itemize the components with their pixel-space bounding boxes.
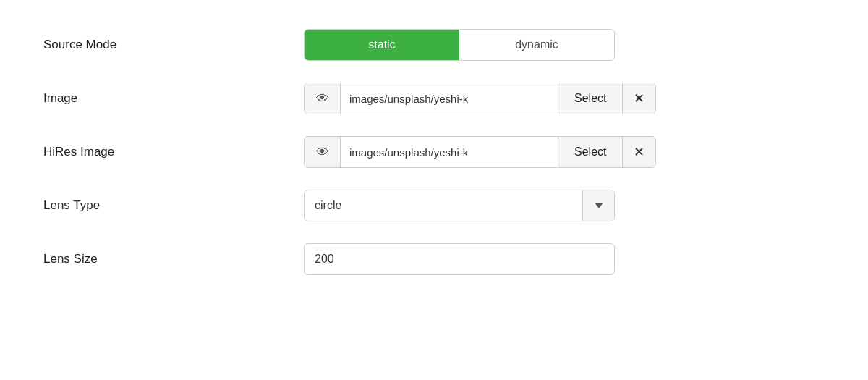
hires-image-row: HiRes Image 👁 Select ✕ bbox=[43, 136, 825, 168]
source-mode-row: Source Mode static dynamic bbox=[43, 29, 825, 61]
lens-size-row: Lens Size bbox=[43, 243, 825, 275]
image-label: Image bbox=[43, 91, 304, 106]
dynamic-toggle-btn[interactable]: dynamic bbox=[459, 30, 614, 60]
lens-type-label: Lens Type bbox=[43, 198, 304, 213]
image-select-btn[interactable]: Select bbox=[558, 83, 622, 114]
hires-eye-icon: 👁 bbox=[316, 145, 329, 160]
static-toggle-btn[interactable]: static bbox=[305, 30, 459, 60]
lens-type-row: Lens Type bbox=[43, 190, 825, 221]
image-preview-btn[interactable]: 👁 bbox=[305, 83, 341, 114]
hires-path-input[interactable] bbox=[341, 146, 558, 159]
hires-clear-icon: ✕ bbox=[634, 144, 644, 160]
image-path-input[interactable] bbox=[341, 93, 558, 105]
lens-type-input[interactable] bbox=[305, 199, 582, 212]
source-mode-toggle: static dynamic bbox=[304, 29, 615, 61]
source-mode-label: Source Mode bbox=[43, 38, 304, 52]
settings-form: Source Mode static dynamic Image 👁 Selec… bbox=[0, 0, 868, 304]
lens-type-dropdown bbox=[304, 190, 615, 221]
lens-size-label: Lens Size bbox=[43, 252, 304, 266]
hires-image-input-group: 👁 Select ✕ bbox=[304, 136, 656, 168]
lens-type-dropdown-btn[interactable] bbox=[582, 190, 614, 221]
hires-preview-btn[interactable]: 👁 bbox=[305, 136, 341, 168]
image-clear-btn[interactable]: ✕ bbox=[622, 83, 655, 114]
eye-icon: 👁 bbox=[316, 91, 329, 106]
hires-image-label: HiRes Image bbox=[43, 145, 304, 159]
lens-size-input[interactable] bbox=[304, 243, 615, 275]
hires-clear-btn[interactable]: ✕ bbox=[622, 136, 655, 168]
clear-icon: ✕ bbox=[634, 90, 644, 106]
chevron-down-icon bbox=[595, 203, 603, 208]
hires-select-btn[interactable]: Select bbox=[558, 136, 622, 168]
image-input-group: 👁 Select ✕ bbox=[304, 83, 656, 114]
image-row: Image 👁 Select ✕ bbox=[43, 83, 825, 114]
